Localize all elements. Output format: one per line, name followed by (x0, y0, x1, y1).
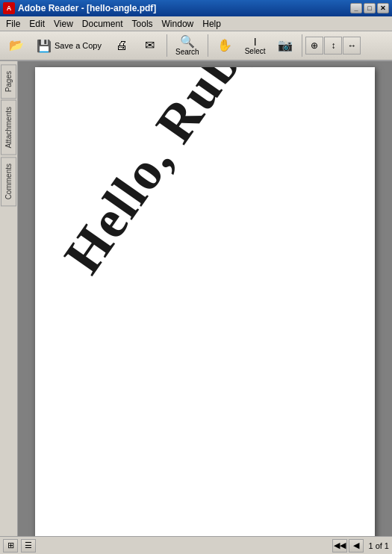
hand-tool-button[interactable]: ✋ (211, 33, 238, 58)
open-button[interactable]: 📂 (3, 33, 30, 58)
toolbar: 📂 💾 Save a Copy 🖨 ✉ 🔍 Search ✋ I Select … (0, 31, 392, 61)
app-icon: A (3, 2, 15, 14)
menu-edit[interactable]: Edit (25, 17, 49, 31)
maximize-button[interactable]: □ (364, 3, 376, 13)
pdf-area: Hello, Ruby. (18, 61, 392, 536)
separator-1 (167, 34, 167, 57)
pdf-page: Hello, Ruby. (35, 67, 375, 536)
hand-icon: ✋ (217, 40, 232, 52)
prev-page-button[interactable]: ◀ (349, 539, 364, 553)
app-icon-text: A (7, 4, 12, 12)
first-page-icon: ◀◀ (334, 541, 346, 550)
zoom-width-icon: ↔ (347, 40, 356, 51)
save-copy-label: Save a Copy (55, 41, 102, 50)
email-icon: ✉ (145, 40, 155, 52)
pdf-content-text: Hello, Ruby. (52, 67, 277, 285)
attachments-tab[interactable]: Attachments (1, 100, 16, 155)
minimize-button[interactable]: _ (350, 3, 362, 13)
page-info: 1 of 1 (368, 541, 389, 550)
print-icon: 🖨 (116, 40, 128, 52)
save-icon: 💾 (37, 39, 52, 53)
menu-tools[interactable]: Tools (128, 17, 158, 31)
email-button[interactable]: ✉ (137, 33, 164, 58)
search-icon: 🔍 (180, 36, 195, 48)
pages-tab[interactable]: Pages (1, 64, 16, 99)
menu-file[interactable]: File (1, 17, 25, 31)
left-panel: Pages Attachments Comments (0, 61, 18, 536)
select-tool-button[interactable]: I Select (240, 33, 271, 58)
status-bar: ⊞ ☰ ◀◀ ◀ 1 of 1 (0, 536, 392, 554)
search-button[interactable]: 🔍 Search (170, 33, 205, 58)
prev-page-icon: ◀ (353, 541, 359, 550)
comments-tab[interactable]: Comments (1, 157, 16, 206)
separator-2 (208, 34, 208, 57)
zoom-in-button[interactable]: ⊕ (305, 37, 323, 55)
status-icon-1[interactable]: ⊞ (3, 539, 18, 553)
page-navigation: ◀◀ ◀ 1 of 1 (332, 539, 389, 553)
menu-help[interactable]: Help (198, 17, 225, 31)
camera-icon: 📷 (278, 40, 293, 52)
zoom-width-button[interactable]: ↔ (343, 37, 361, 55)
zoom-toolbar: ⊕ ↕ ↔ (305, 37, 361, 55)
main-container: Pages Attachments Comments Hello, Ruby. (0, 61, 392, 536)
menu-window[interactable]: Window (158, 17, 199, 31)
save-copy-button[interactable]: 💾 Save a Copy (31, 33, 107, 58)
zoom-in-icon: ⊕ (311, 40, 318, 51)
snapshot-button[interactable]: 📷 (272, 33, 299, 58)
zoom-height-button[interactable]: ↕ (324, 37, 342, 55)
menu-view[interactable]: View (49, 17, 78, 31)
select-cursor-icon: I (254, 37, 257, 47)
title-bar: A Adobe Reader - [hello-angle.pdf] _ □ ✕ (0, 0, 392, 16)
open-icon: 📂 (9, 40, 24, 52)
window-title: Adobe Reader - [hello-angle.pdf] (18, 3, 350, 13)
print-button[interactable]: 🖨 (108, 33, 135, 58)
status-icon-2[interactable]: ☰ (21, 539, 36, 553)
search-label: Search (175, 49, 199, 56)
first-page-button[interactable]: ◀◀ (332, 539, 347, 553)
menu-document[interactable]: Document (78, 17, 128, 31)
menu-bar: File Edit View Document Tools Window Hel… (0, 16, 392, 31)
close-button[interactable]: ✕ (377, 3, 389, 13)
separator-3 (302, 34, 302, 57)
window-controls: _ □ ✕ (350, 3, 389, 13)
zoom-height-icon: ↕ (331, 40, 335, 51)
select-label: Select (245, 48, 266, 55)
